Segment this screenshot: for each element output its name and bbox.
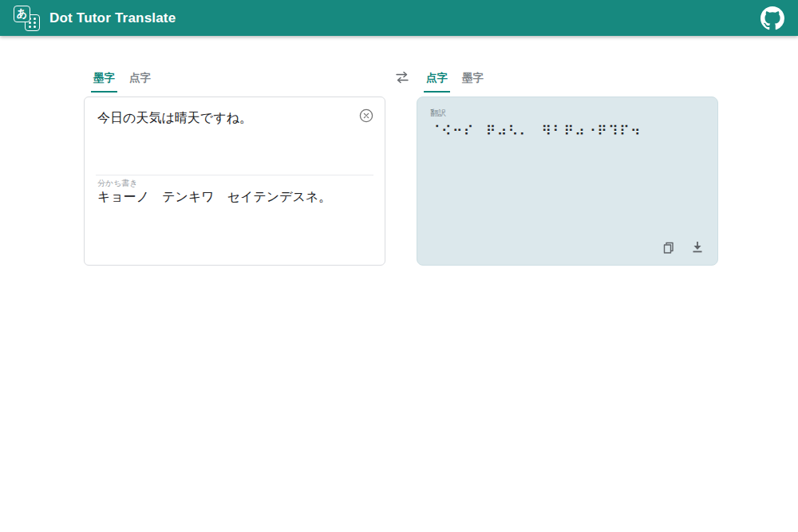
segmentation-divider xyxy=(96,175,373,175)
download-icon xyxy=(691,241,704,255)
tab-tenji-source[interactable]: 点字 xyxy=(127,67,153,93)
source-text-input[interactable]: 今日の天気は晴天ですね。 xyxy=(97,108,372,128)
source-input-card[interactable]: 今日の天気は晴天ですね。 分かち書き キョーノ テンキワ セイテンデスネ。 xyxy=(84,97,385,266)
braille-output-text: ⠈⠪⠒⠎⠀⠟⠴⠣⠄⠀⠻⠃⠟⠴⠐⠟⠹⠏⠲ xyxy=(430,123,705,139)
output-panel: 点字 墨字 翻訳 ⠈⠪⠒⠎⠀⠟⠴⠣⠄⠀⠻⠃⠟⠴⠐⠟⠹⠏⠲ xyxy=(417,67,718,266)
braille-output-card: 翻訳 ⠈⠪⠒⠎⠀⠟⠴⠣⠄⠀⠻⠃⠟⠴⠐⠟⠹⠏⠲ xyxy=(417,97,718,266)
github-link[interactable] xyxy=(760,6,785,31)
copy-button[interactable] xyxy=(658,238,679,258)
segmentation-text: キョーノ テンキワ セイテンデスネ。 xyxy=(97,187,372,207)
source-panel: 墨字 点字 今日の天気は晴天ですね。 分かち書き キョーノ テンキワ セイテンデ… xyxy=(84,67,385,266)
swap-direction-button[interactable] xyxy=(390,67,414,88)
download-button[interactable] xyxy=(687,238,708,258)
tab-sumiji-output[interactable]: 墨字 xyxy=(460,67,486,93)
kana-icon: あ xyxy=(14,6,30,22)
github-icon xyxy=(760,6,784,30)
output-actions xyxy=(658,238,708,258)
app-logo: あ xyxy=(13,5,41,32)
copy-icon xyxy=(662,241,676,255)
app-header: あ Dot Tutor Translate xyxy=(0,0,798,36)
source-tab-bar: 墨字 点字 xyxy=(84,67,385,93)
page-title: Dot Tutor Translate xyxy=(49,10,176,26)
clear-button[interactable] xyxy=(358,108,374,124)
tab-tenji-output[interactable]: 点字 xyxy=(424,67,450,93)
translation-label: 翻訳 xyxy=(430,108,705,119)
swap-arrows-icon xyxy=(393,70,411,85)
output-tab-bar: 点字 墨字 xyxy=(417,67,718,93)
tab-sumiji-source[interactable]: 墨字 xyxy=(91,67,117,93)
clear-circle-x-icon xyxy=(358,108,374,124)
